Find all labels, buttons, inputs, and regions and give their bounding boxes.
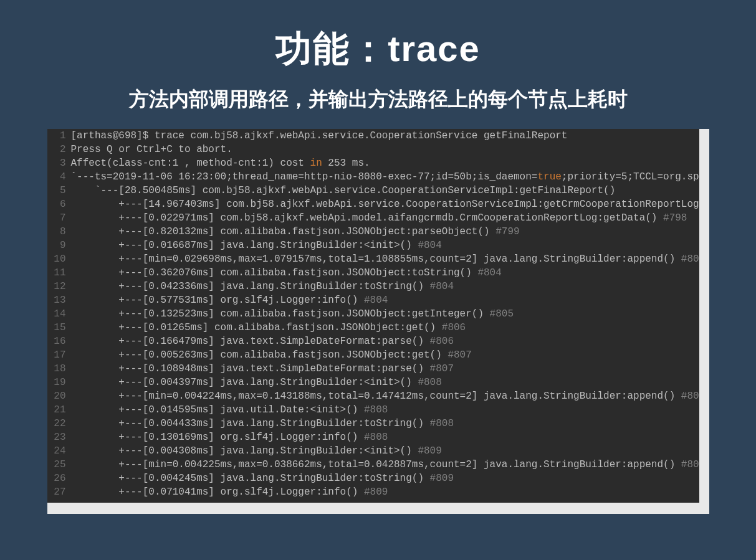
line-number: 21 [47, 403, 71, 417]
line-text: +---[14.967403ms] com.bj58.ajkxf.webApi.… [71, 197, 699, 211]
line-number: 10 [47, 252, 71, 266]
line-number: 23 [47, 430, 71, 444]
line-number: 5 [47, 184, 71, 197]
line-number: 19 [47, 376, 71, 389]
code-line: 9 +---[0.016687ms] java.lang.StringBuild… [47, 239, 699, 252]
line-text: +---[min=0.004224ms,max=0.143188ms,total… [71, 389, 699, 403]
code-line: 15 +---[0.01265ms] com.alibaba.fastjson.… [47, 321, 699, 335]
slide: 功能：trace 方法内部调用路径，并输出方法路径上的每个节点上耗时 1[art… [0, 0, 756, 560]
line-text: +---[0.362076ms] com.alibaba.fastjson.JS… [71, 266, 502, 280]
line-number: 8 [47, 225, 71, 239]
line-number: 25 [47, 458, 71, 472]
code-line: 27 +---[0.071041ms] org.slf4j.Logger:inf… [47, 485, 699, 499]
code-line: 22 +---[0.004433ms] java.lang.StringBuil… [47, 417, 699, 430]
code-line: 12 +---[0.042336ms] java.lang.StringBuil… [47, 280, 699, 293]
code-line: 18 +---[0.108948ms] java.text.SimpleDate… [47, 362, 699, 376]
line-number: 13 [47, 293, 71, 307]
line-number: 24 [47, 444, 71, 458]
line-text: [arthas@698]$ trace com.bj58.ajkxf.webAp… [71, 129, 568, 143]
line-text: +---[0.042336ms] java.lang.StringBuilder… [71, 280, 454, 293]
code-line: 13 +---[0.577531ms] org.slf4j.Logger:inf… [47, 293, 699, 307]
code-line: 20 +---[min=0.004224ms,max=0.143188ms,to… [47, 389, 699, 403]
slide-title: 功能：trace [0, 25, 756, 74]
code-line: 1[arthas@698]$ trace com.bj58.ajkxf.webA… [47, 129, 699, 143]
line-number: 17 [47, 348, 71, 362]
line-text: +---[0.108948ms] java.text.SimpleDateFor… [71, 362, 454, 376]
line-text: Affect(class-cnt:1 , method-cnt:1) cost … [71, 156, 370, 170]
line-text: +---[0.132523ms] com.alibaba.fastjson.JS… [71, 307, 514, 321]
code-line: 3Affect(class-cnt:1 , method-cnt:1) cost… [47, 156, 699, 170]
line-number: 6 [47, 197, 71, 211]
code-line: 11 +---[0.362076ms] com.alibaba.fastjson… [47, 266, 699, 280]
line-text: +---[min=0.004225ms,max=0.038662ms,total… [71, 458, 699, 472]
line-number: 9 [47, 239, 71, 252]
code-line: 24 +---[0.004308ms] java.lang.StringBuil… [47, 444, 699, 458]
code-frame: 1[arthas@698]$ trace com.bj58.ajkxf.webA… [47, 129, 709, 514]
code-line: 10 +---[min=0.029698ms,max=1.079157ms,to… [47, 252, 699, 266]
code-line: 2Press Q or Ctrl+C to abort. [47, 143, 699, 156]
line-text: +---[0.820132ms] com.alibaba.fastjson.JS… [71, 225, 520, 239]
code-line: 7 +---[0.022971ms] com.bj58.ajkxf.webApi… [47, 211, 699, 225]
line-number: 7 [47, 211, 71, 225]
line-text: +---[0.022971ms] com.bj58.ajkxf.webApi.m… [71, 211, 687, 225]
line-text: +---[0.005263ms] com.alibaba.fastjson.JS… [71, 348, 472, 362]
code-line: 14 +---[0.132523ms] com.alibaba.fastjson… [47, 307, 699, 321]
line-number: 3 [47, 156, 71, 170]
line-text: `---ts=2019-11-06 16:23:00;thread_name=h… [71, 170, 699, 184]
line-number: 11 [47, 266, 71, 280]
code-line: 26 +---[0.004245ms] java.lang.StringBuil… [47, 472, 699, 485]
code-line: 17 +---[0.005263ms] com.alibaba.fastjson… [47, 348, 699, 362]
code-line: 23 +---[0.130169ms] org.slf4j.Logger:inf… [47, 430, 699, 444]
line-text: `---[28.500485ms] com.bj58.ajkxf.webApi.… [71, 184, 616, 197]
line-text: +---[0.004245ms] java.lang.StringBuilder… [71, 472, 454, 485]
code-line: 21 +---[0.014595ms] java.util.Date:<init… [47, 403, 699, 417]
line-text: +---[0.130169ms] org.slf4j.Logger:info()… [71, 430, 388, 444]
line-number: 4 [47, 170, 71, 184]
line-number: 26 [47, 472, 71, 485]
line-number: 18 [47, 362, 71, 376]
code-line: 4`---ts=2019-11-06 16:23:00;thread_name=… [47, 170, 699, 184]
line-text: Press Q or Ctrl+C to abort. [71, 143, 232, 156]
line-text: +---[0.01265ms] com.alibaba.fastjson.JSO… [71, 321, 466, 335]
slide-subtitle: 方法内部调用路径，并输出方法路径上的每个节点上耗时 [0, 86, 756, 113]
line-number: 16 [47, 335, 71, 348]
line-number: 1 [47, 129, 71, 143]
line-number: 20 [47, 389, 71, 403]
code-line: 8 +---[0.820132ms] com.alibaba.fastjson.… [47, 225, 699, 239]
line-text: +---[min=0.029698ms,max=1.079157ms,total… [71, 252, 699, 266]
line-number: 27 [47, 485, 71, 499]
line-text: +---[0.577531ms] org.slf4j.Logger:info()… [71, 293, 388, 307]
code-line: 19 +---[0.004397ms] java.lang.StringBuil… [47, 376, 699, 389]
line-text: +---[0.004433ms] java.lang.StringBuilder… [71, 417, 454, 430]
line-number: 22 [47, 417, 71, 430]
line-text: +---[0.166479ms] java.text.SimpleDateFor… [71, 335, 454, 348]
line-text: +---[0.004397ms] java.lang.StringBuilder… [71, 376, 442, 389]
line-number: 12 [47, 280, 71, 293]
code-line: 16 +---[0.166479ms] java.text.SimpleDate… [47, 335, 699, 348]
line-text: +---[0.014595ms] java.util.Date:<init>()… [71, 403, 388, 417]
code-line: 6 +---[14.967403ms] com.bj58.ajkxf.webAp… [47, 197, 699, 211]
line-text: +---[0.071041ms] org.slf4j.Logger:info()… [71, 485, 388, 499]
line-text: +---[0.004308ms] java.lang.StringBuilder… [71, 444, 442, 458]
line-number: 14 [47, 307, 71, 321]
code-line: 5 `---[28.500485ms] com.bj58.ajkxf.webAp… [47, 184, 699, 197]
code-content: 1[arthas@698]$ trace com.bj58.ajkxf.webA… [47, 129, 699, 499]
code-scroll-area[interactable]: 1[arthas@698]$ trace com.bj58.ajkxf.webA… [47, 129, 699, 503]
line-number: 2 [47, 143, 71, 156]
line-text: +---[0.016687ms] java.lang.StringBuilder… [71, 239, 442, 252]
line-number: 15 [47, 321, 71, 335]
code-line: 25 +---[min=0.004225ms,max=0.038662ms,to… [47, 458, 699, 472]
